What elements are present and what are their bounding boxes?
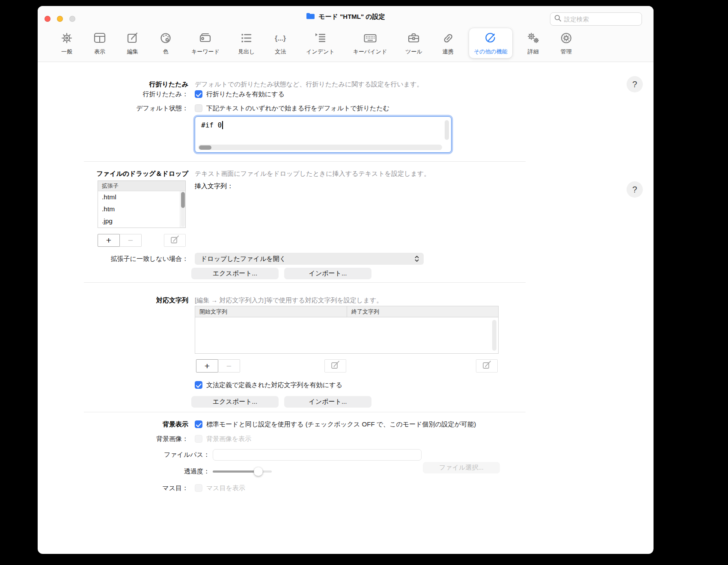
insert-string-label: 挿入文字列：: [195, 182, 233, 190]
toolbar-item-keyword[interactable]: キーワード: [187, 28, 224, 58]
scrollbar-thumb[interactable]: [181, 192, 185, 208]
extension-list: 拡張子 .html .htm .jpg: [98, 180, 186, 228]
bg-image-checkbox-label: 背景画像を表示: [206, 435, 251, 443]
edit-pencil-icon: [482, 361, 492, 371]
scrollbar-thumb[interactable]: [199, 145, 211, 150]
window-chrome: モード "HTML" の設定 一般 表示 編集 色: [38, 6, 654, 62]
line-fold-enable-label: 行折りたたみ：: [38, 90, 188, 98]
toolbar-item-label: ツール: [405, 48, 422, 56]
search-icon: [554, 15, 562, 24]
folder-icon: [306, 12, 315, 21]
extension-row[interactable]: .html: [98, 191, 185, 203]
add-pair-button[interactable]: +: [196, 359, 218, 373]
grammar-pairs-checkbox-label: 文法定義で定義された対応文字列を有効にする: [206, 381, 342, 389]
opacity-label: 透過度：: [38, 467, 210, 476]
toolbar-item-tools[interactable]: ツール: [401, 28, 427, 58]
window-panes-icon: [92, 31, 107, 47]
grammar-pairs-checkbox[interactable]: [195, 381, 202, 389]
opacity-slider[interactable]: [213, 467, 272, 476]
edit-pencil-icon: [170, 235, 180, 246]
help-button-drag-drop[interactable]: ?: [627, 181, 643, 198]
slider-fill: [213, 470, 258, 473]
pair-strings-table-scrollbar[interactable]: [492, 320, 496, 351]
palette-icon: [158, 31, 173, 47]
default-state-checkbox[interactable]: [195, 104, 202, 112]
slider-thumb[interactable]: [254, 467, 263, 476]
toolbar-item-label: 一般: [61, 48, 72, 56]
edit-extension-button[interactable]: [164, 234, 186, 247]
toolbar-item-other-features[interactable]: その他の機能: [469, 28, 512, 58]
fold-prefix-textarea[interactable]: #if 0: [195, 116, 452, 153]
toolbox-icon: [407, 31, 421, 47]
help-button-line-fold[interactable]: ?: [627, 76, 643, 92]
toolbar-item-heading[interactable]: 見出し: [233, 28, 259, 58]
no-match-label: 拡張子に一致しない場合：: [38, 255, 188, 263]
export-extensions-button[interactable]: エクスポート...: [191, 268, 279, 279]
toolbar-item-general[interactable]: 一般: [55, 28, 79, 58]
keyboard-icon: [363, 31, 377, 47]
toolbar-item-label: 表示: [94, 48, 105, 56]
search-input[interactable]: [564, 16, 628, 23]
link-icon: [441, 31, 455, 47]
section-desc-drag-drop: テキスト画面にファイルをドロップしたときに挿入するテキストを設定します。: [195, 170, 430, 178]
toolbar-item-label: 見出し: [238, 48, 255, 56]
bg-image-checkbox: [195, 435, 202, 443]
use-standard-checkbox-label: 標準モードと同じ設定を使用する (チェックボックス OFF で、このモード個別の…: [206, 420, 476, 429]
toolbar-item-indent[interactable]: インデント: [301, 28, 339, 58]
toolbar-item-label: その他の機能: [474, 48, 508, 56]
toolbar-item-label: 管理: [561, 48, 572, 56]
toolbar-item-label: 色: [163, 48, 169, 56]
wallet-icon: [198, 31, 213, 47]
compose-pencil-circle-icon: [483, 31, 498, 47]
edit-end-string-button[interactable]: [476, 359, 498, 373]
section-title-line-fold: 行折りたたみ: [38, 80, 188, 89]
fold-textarea-horizontal-scrollbar[interactable]: [198, 145, 442, 150]
toolbar-item-grammar[interactable]: {...} 文法: [268, 28, 292, 58]
toolbar-item-manage[interactable]: 管理: [554, 28, 578, 58]
grid-checkbox: [195, 484, 202, 492]
section-desc-pair-strings: [編集 → 対応文字列入力]等で使用する対応文字列を設定します。: [195, 296, 383, 305]
file-path-label: ファイルパス：: [38, 451, 210, 459]
export-pairs-button[interactable]: エクスポート...: [191, 396, 279, 408]
toolbar-item-advanced[interactable]: 詳細: [521, 28, 545, 58]
toolbar-item-label: 編集: [127, 48, 138, 56]
grid-checkbox-label: マス目を表示: [206, 484, 245, 492]
line-fold-enable-checkbox-label: 行折りたたみを有効にする: [206, 90, 285, 98]
settings-window: モード "HTML" の設定 一般 表示 編集 色: [38, 6, 654, 554]
fold-textarea-vertical-scrollbar[interactable]: [445, 120, 449, 140]
pair-strings-table: 開始文字列 終了文字列: [195, 306, 499, 354]
default-state-checkbox-label: 下記テキストのいずれかで始まる行をデフォルトで折りたたむ: [206, 104, 389, 112]
toolbar-item-color[interactable]: 色: [154, 28, 178, 58]
section-desc-line-fold: デフォルトでの折りたたみ状態など、行折りたたみに関する設定を行います。: [195, 80, 423, 89]
add-extension-button[interactable]: +: [98, 234, 120, 247]
settings-search-field[interactable]: [550, 12, 642, 26]
gear-circle-icon: [559, 31, 573, 47]
remove-extension-button[interactable]: −: [119, 234, 142, 247]
import-extensions-button[interactable]: インポート...: [284, 268, 371, 279]
toolbar-item-keybind[interactable]: キーバインド: [348, 28, 392, 58]
toolbar-item-display[interactable]: 表示: [88, 28, 112, 58]
file-path-input[interactable]: [213, 449, 422, 461]
toolbar-item-label: キーバインド: [353, 48, 387, 56]
line-fold-enable-checkbox[interactable]: [195, 90, 202, 98]
window-title: モード "HTML" の設定: [318, 13, 385, 21]
toolbar-item-edit[interactable]: 編集: [121, 28, 145, 58]
chevron-up-down-icon: [414, 255, 420, 264]
extension-row[interactable]: .jpg: [98, 215, 185, 227]
use-standard-checkbox[interactable]: [195, 420, 202, 428]
remove-pair-button[interactable]: −: [218, 359, 240, 373]
extension-list-scrollbar[interactable]: [180, 191, 185, 228]
no-match-dropdown[interactable]: ドロップしたファイルを開く: [195, 253, 424, 265]
gears-icon: [526, 31, 541, 47]
edit-start-string-button[interactable]: [324, 359, 346, 373]
default-state-label: デフォルト状態：: [38, 104, 188, 112]
import-pairs-button[interactable]: インポート...: [284, 396, 371, 408]
edit-pencil-icon: [330, 361, 341, 371]
indent-icon: [313, 31, 328, 47]
toolbar-item-link[interactable]: 連携: [436, 28, 460, 58]
toolbar-item-label: インデント: [306, 48, 335, 56]
extension-row[interactable]: .htm: [98, 203, 185, 215]
section-title-pair-strings: 対応文字列: [38, 296, 188, 305]
braces-icon: {...}: [273, 31, 288, 47]
extension-list-header: 拡張子: [98, 181, 185, 191]
